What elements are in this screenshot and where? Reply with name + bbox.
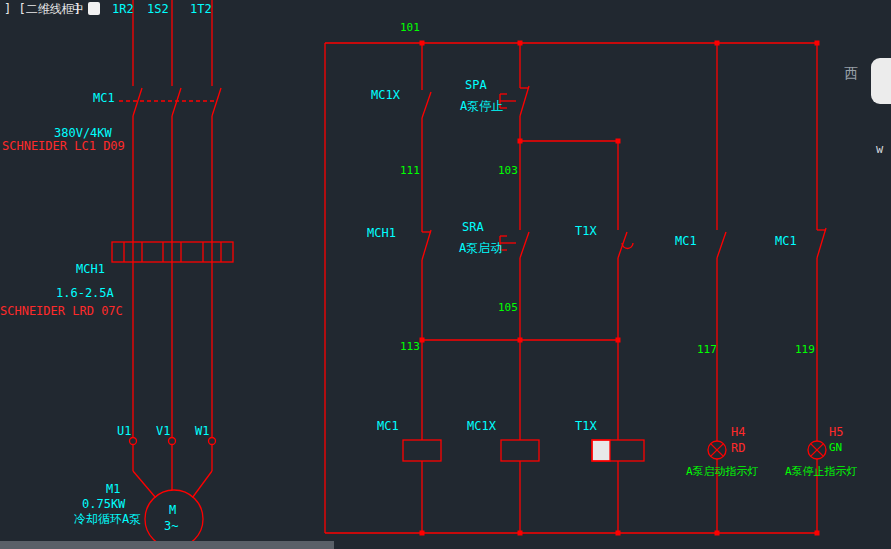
- wire-103-label: 103: [498, 165, 518, 176]
- phase-l2-label: 1S2: [147, 3, 169, 15]
- lamp-h4-color-label: RD: [731, 442, 745, 454]
- lamp-h4-tag-label: H4: [731, 426, 745, 438]
- wire-111-label: 111: [400, 165, 420, 176]
- branch-mc1-coil[interactable]: [403, 43, 441, 533]
- wcs-indicator: w: [876, 143, 883, 155]
- lamp-h5-color-label: GN: [829, 442, 842, 453]
- branch-run-lamp[interactable]: [708, 43, 726, 533]
- motor-power-label: 0.75KW: [82, 498, 125, 510]
- terminal-v1-label: V1: [156, 425, 170, 437]
- power-circuit-wires[interactable]: [133, 0, 221, 498]
- viewcube-west-label[interactable]: 西: [844, 66, 858, 80]
- terminal-u1-label: U1: [117, 425, 131, 437]
- terminal-w1-label: W1: [195, 425, 209, 437]
- motor-terminal-circles[interactable]: [130, 438, 216, 445]
- wire-101-label: 101: [400, 22, 420, 33]
- rating-label: 380V/4KW: [54, 127, 112, 139]
- sra-tag-label: SRA: [462, 221, 484, 233]
- motor-letter-label: M: [169, 504, 176, 516]
- motor-name-label: 冷却循环A泵: [74, 513, 141, 525]
- mc1-no-contact-label: MC1: [675, 235, 697, 247]
- phase-l3-label: 1T2: [190, 3, 212, 15]
- ime-icon: [88, 2, 100, 15]
- lamp-h4-desc-label: A泵启动指示灯: [686, 466, 759, 477]
- bottom-scrollbar[interactable]: [0, 541, 334, 549]
- motor-tag-label: M1: [106, 483, 120, 495]
- overload-tag-label: MCH1: [76, 263, 105, 275]
- wire-113-label: 113: [400, 341, 420, 352]
- mc1x-contact-label: MC1X: [371, 89, 400, 101]
- phase-l1-label: 1R2: [112, 3, 134, 15]
- mch1-contact-label: MCH1: [367, 227, 396, 239]
- mc1-nc-contact-label: MC1: [775, 235, 797, 247]
- wire-105-label: 105: [498, 302, 518, 313]
- viewcube-corner[interactable]: [871, 58, 891, 104]
- t1x-contact-label: T1X: [575, 225, 597, 237]
- ime-indicator: 中: [72, 3, 84, 15]
- branch-timer[interactable]: [422, 141, 644, 533]
- contactor-model-label: SCHNEIDER LC1 D09: [2, 140, 125, 152]
- contactor-tag-label: MC1: [93, 92, 115, 104]
- branch-start-stop[interactable]: [500, 43, 539, 533]
- motor-phase-label: 3~: [164, 520, 178, 532]
- lamp-h5-tag-label: H5: [829, 426, 843, 438]
- cad-viewport[interactable]: ] [二维线框] 中 西 w 1R2 1S2 1T2 MC1 380V/4KW …: [0, 0, 891, 549]
- viewport-controls[interactable]: ] [二维线框]: [4, 3, 81, 15]
- coil-t1x-label: T1X: [575, 420, 597, 432]
- overload-range-label: 1.6-2.5A: [56, 287, 114, 299]
- wire-119-label: 119: [795, 344, 815, 355]
- spa-desc-label: A泵停止: [460, 100, 503, 112]
- coil-mc1x-label: MC1X: [467, 420, 496, 432]
- control-circuit-frame[interactable]: [325, 43, 817, 533]
- lamp-h5-desc-label: A泵停止指示灯: [785, 466, 858, 477]
- wire-117-label: 117: [697, 344, 717, 355]
- overload-model-label: SCHNEIDER LRD 07C: [0, 305, 123, 317]
- spa-tag-label: SPA: [465, 79, 487, 91]
- coil-mc1-label: MC1: [377, 420, 399, 432]
- sra-desc-label: A泵启动: [459, 242, 502, 254]
